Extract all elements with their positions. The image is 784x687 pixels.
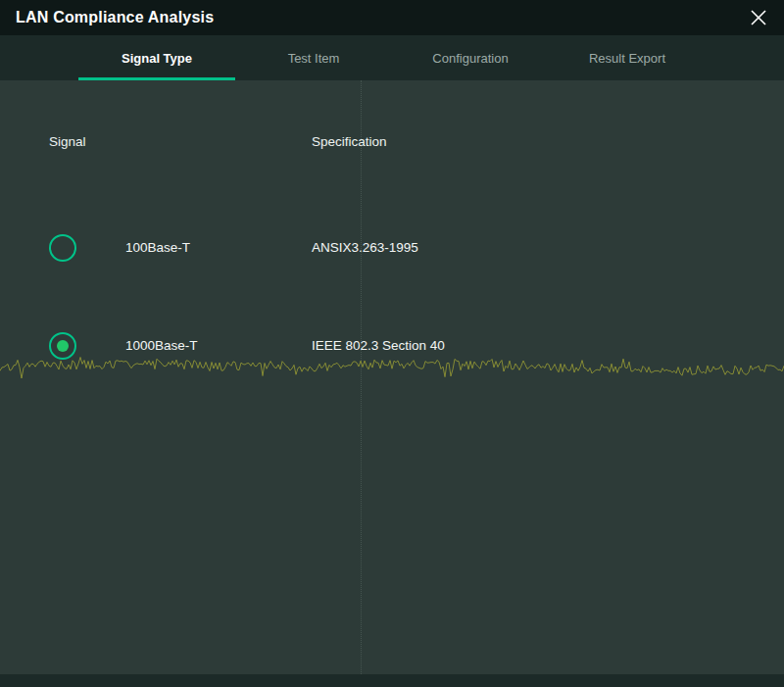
tab-label: Result Export (589, 51, 665, 66)
tab-label: Test Item (288, 51, 340, 66)
radio-unselected-icon[interactable] (49, 234, 76, 262)
radio-selected-icon[interactable] (49, 332, 76, 360)
signal-name: 1000Base-T (125, 338, 198, 353)
x-close-glyph (750, 9, 767, 26)
signal-row-1000base-t[interactable]: 1000Base-T IEEE 802.3 Section 40 (0, 331, 784, 361)
tab-test-item[interactable]: Test Item (235, 35, 392, 80)
lan-compliance-dialog: LAN Compliance Analysis Signal Type Test… (0, 0, 784, 687)
signal-specification: IEEE 802.3 Section 40 (312, 338, 445, 353)
dialog-title: LAN Compliance Analysis (16, 9, 214, 26)
bottom-strip (0, 674, 784, 687)
tab-signal-type[interactable]: Signal Type (78, 35, 235, 80)
signal-specification: ANSIX3.263-1995 (312, 240, 418, 255)
tab-bar: Signal Type Test Item Configuration Resu… (0, 35, 784, 80)
tab-configuration[interactable]: Configuration (392, 35, 549, 80)
column-header-signal: Signal (49, 134, 86, 149)
graticule-vertical-line (361, 80, 362, 674)
signal-type-panel: Signal Specification 100Base-T ANSIX3.26… (0, 80, 784, 674)
column-header-specification: Specification (312, 134, 387, 149)
titlebar: LAN Compliance Analysis (0, 0, 784, 35)
tab-label: Configuration (432, 51, 508, 66)
close-icon[interactable] (747, 6, 770, 29)
tab-label: Signal Type (122, 51, 192, 66)
signal-row-100base-t[interactable]: 100Base-T ANSIX3.263-1995 (0, 233, 784, 263)
signal-name: 100Base-T (125, 240, 190, 255)
tab-result-export[interactable]: Result Export (549, 35, 706, 80)
